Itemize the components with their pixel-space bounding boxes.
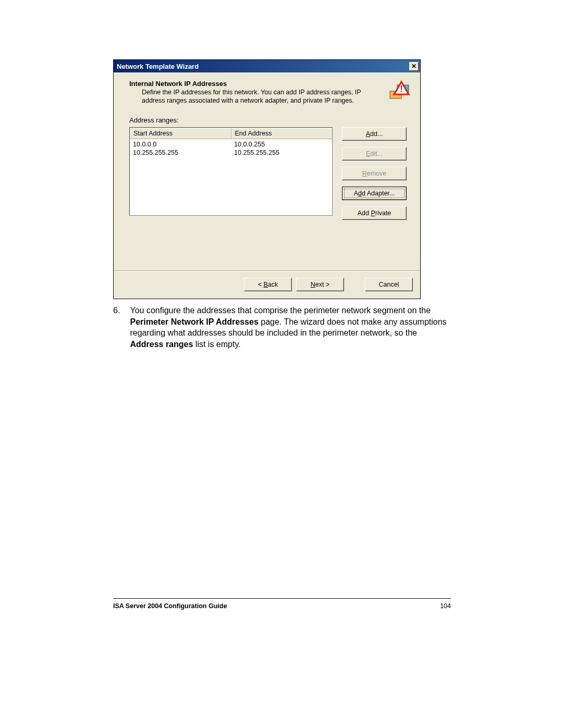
back-button[interactable]: < Back — [244, 278, 292, 291]
wizard-header-desc: Define the IP addresses for this network… — [142, 89, 371, 105]
page-number: 104 — [440, 602, 451, 610]
address-ranges-list[interactable]: Start Address End Address 10.0.0.0 10.0.… — [129, 127, 333, 216]
cell-start: 10.255.255.255 — [130, 149, 231, 157]
list-number: 6. — [113, 305, 128, 316]
cancel-button[interactable]: Cancel — [365, 278, 413, 291]
wizard-header: Internal Network IP Addresses Define the… — [114, 72, 420, 110]
wizard-nav: < Back Next > Cancel — [114, 271, 420, 299]
cell-end: 10.255.255.255 — [231, 149, 332, 157]
next-button[interactable]: Next > — [296, 278, 344, 291]
add-private-button[interactable]: Add Private — [342, 206, 407, 220]
col-end[interactable]: End Address — [231, 128, 333, 139]
list-row[interactable]: 10.0.0.0 10.0.0.255 — [130, 140, 332, 149]
close-button[interactable]: ✕ — [409, 62, 419, 71]
wizard-header-title: Internal Network IP Addresses — [129, 80, 411, 88]
close-icon: ✕ — [411, 63, 417, 70]
document-page: Network Template Wizard ✕ Internal Netwo… — [0, 0, 563, 728]
button-column: Add... Edit... Remove Add Adapter... Add… — [342, 127, 407, 220]
svg-text:!: ! — [400, 84, 403, 94]
instruction-paragraph: 6. You configure the addresses that comp… — [113, 305, 452, 350]
cell-end: 10.0.0.255 — [231, 140, 332, 149]
list-header: Start Address End Address — [130, 128, 332, 139]
list-body: 10.0.0.0 10.0.0.255 10.255.255.255 10.25… — [130, 139, 332, 158]
add-adapter-button[interactable]: Add Adapter... — [342, 187, 407, 200]
edit-button: Edit... — [342, 147, 407, 161]
footer-title: ISA Server 2004 Configuration Guide — [113, 602, 227, 610]
cell-start: 10.0.0.0 — [130, 140, 231, 149]
list-row[interactable]: 10.255.255.255 10.255.255.255 — [130, 149, 332, 157]
dialog-title: Network Template Wizard — [117, 63, 199, 70]
page-footer: ISA Server 2004 Configuration Guide 104 — [113, 602, 451, 610]
wizard-content: Address ranges: Start Address End Addres… — [114, 110, 420, 271]
titlebar: Network Template Wizard ✕ — [114, 60, 420, 72]
remove-button: Remove — [342, 167, 407, 180]
footer-rule — [113, 598, 451, 599]
wizard-dialog: Network Template Wizard ✕ Internal Netwo… — [113, 59, 421, 299]
ranges-label: Address ranges: — [129, 116, 411, 124]
paragraph-body: You configure the addresses that compris… — [130, 305, 449, 350]
add-button[interactable]: Add... — [342, 127, 407, 141]
col-start[interactable]: Start Address — [130, 128, 231, 139]
warning-network-icon: ! — [387, 80, 412, 101]
